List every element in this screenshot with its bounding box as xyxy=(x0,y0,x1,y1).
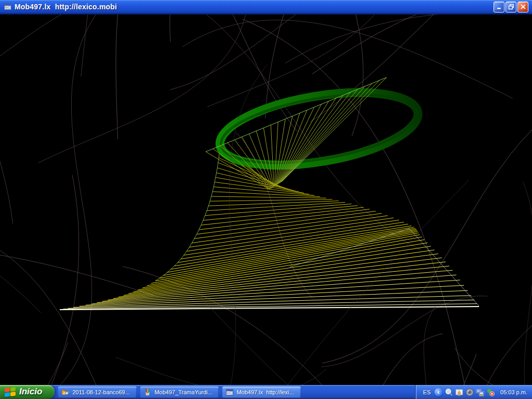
taskbar-button-mob497[interactable]: Mob497.lx http://lexi... xyxy=(222,387,301,398)
form-window-icon[interactable] xyxy=(4,3,12,11)
taskbar: Inicio 2011-08-12-banco69... Mob497_Tram… xyxy=(0,385,532,399)
art-canvas xyxy=(0,15,532,385)
form-window-icon xyxy=(225,388,234,396)
speaker-icon[interactable] xyxy=(466,388,474,396)
restore-button[interactable] xyxy=(506,2,516,12)
minimize-button[interactable] xyxy=(494,2,504,12)
taskbar-button-banco[interactable]: 2011-08-12-banco69... xyxy=(58,387,137,398)
window-controls xyxy=(494,2,528,12)
magnifier-icon[interactable] xyxy=(445,388,453,396)
pencil-cup-icon xyxy=(143,388,152,396)
folder-search-icon xyxy=(61,388,70,396)
display-pointer-icon[interactable] xyxy=(455,388,463,396)
windows-logo-icon xyxy=(5,387,16,397)
status-alert-icon[interactable] xyxy=(486,388,495,396)
minimize-icon xyxy=(496,4,502,10)
collapse-chevron-icon[interactable]: ‹ xyxy=(434,388,443,396)
restore-icon xyxy=(508,4,514,10)
network-computers-icon[interactable] xyxy=(476,388,484,396)
close-icon xyxy=(520,4,526,10)
window-title: Mob497.lx http://lexico.mobi xyxy=(15,3,494,11)
clock[interactable]: 05:03 p.m. xyxy=(500,389,527,395)
window-titlebar[interactable]: Mob497.lx http://lexico.mobi xyxy=(0,0,532,15)
taskbar-button-label: Mob497_TramaYurdi... xyxy=(154,389,212,395)
language-indicator[interactable]: ES xyxy=(421,389,432,395)
system-tray: ES ‹ xyxy=(415,385,532,399)
taskbar-button-label: Mob497.lx http://lexi... xyxy=(236,389,294,395)
close-button[interactable] xyxy=(517,2,528,12)
taskbar-button-trama[interactable]: Mob497_TramaYurdi... xyxy=(140,387,219,398)
taskbar-button-label: 2011-08-12-banco69... xyxy=(72,389,130,395)
start-label: Inicio xyxy=(19,387,42,398)
start-button[interactable]: Inicio xyxy=(0,385,55,399)
